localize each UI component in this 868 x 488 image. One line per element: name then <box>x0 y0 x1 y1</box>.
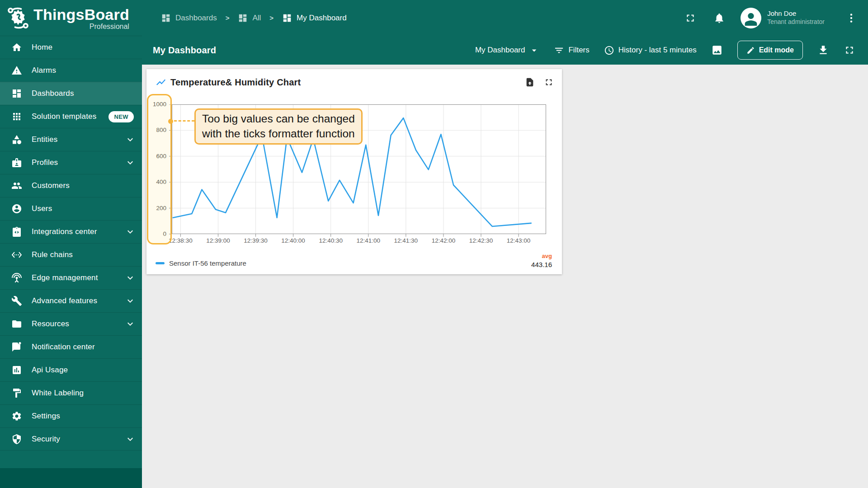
pencil-icon <box>746 46 755 55</box>
x-axis-tick-label: 12:42:30 <box>462 237 500 244</box>
sidebar-item-rule-chains[interactable]: Rule chains <box>0 243 142 266</box>
sidebar-item-label: Edge management <box>32 273 98 282</box>
avatar[interactable] <box>741 8 761 28</box>
sidebar-item-advanced-features[interactable]: Advanced features <box>0 289 142 312</box>
new-badge: NEW <box>108 111 134 122</box>
sidebar-item-security[interactable]: Security <box>0 427 142 450</box>
history-button[interactable]: History - last 5 minutes <box>604 45 697 56</box>
clock-icon <box>604 45 614 56</box>
legend-series-label: Sensor IT-56 temperature <box>169 259 246 267</box>
legend-swatch <box>156 262 165 264</box>
chat-dot-icon <box>11 342 22 352</box>
person-icon <box>742 8 760 28</box>
annotation-connector <box>174 120 194 122</box>
filter-icon <box>554 45 564 56</box>
x-axis-tick-label: 12:39:30 <box>237 237 275 244</box>
sidebar-item-integrations-center[interactable]: Integrations center <box>0 220 142 243</box>
sidebar-item-users[interactable]: Users <box>0 197 142 220</box>
sidebar-item-settings[interactable]: Settings <box>0 404 142 427</box>
insert-chart-icon <box>11 365 22 375</box>
sidebar-item-api-usage[interactable]: Api Usage <box>0 358 142 381</box>
x-axis-tick-label: 12:40:00 <box>274 237 312 244</box>
user-name: John Doe <box>767 9 825 18</box>
thingsboard-app: ThingsBoard Professional HomeAlarmsDashb… <box>0 0 868 488</box>
sidebar-item-profiles[interactable]: Profiles <box>0 151 142 174</box>
breadcrumb-label: Dashboards <box>175 14 217 23</box>
chevron-down-icon <box>125 134 136 145</box>
filters-button[interactable]: Filters <box>554 45 589 56</box>
notifications-bell-icon[interactable] <box>713 12 725 24</box>
sidebar-item-customers[interactable]: Customers <box>0 174 142 197</box>
user-role: Tenant administrator <box>767 18 825 26</box>
user-block[interactable]: John Doe Tenant administrator <box>767 9 825 26</box>
filters-label: Filters <box>568 46 589 55</box>
account-circle-icon <box>11 203 22 214</box>
sidebar-item-notification-center[interactable]: Notification center <box>0 335 142 358</box>
shield-icon <box>11 434 22 445</box>
export-data-icon[interactable] <box>525 77 535 87</box>
yaxis-highlight-box <box>147 94 172 244</box>
history-label: History - last 5 minutes <box>618 46 697 55</box>
sidebar-item-alarms[interactable]: Alarms <box>0 59 142 82</box>
annotation-dot <box>168 119 173 124</box>
folder-icon <box>11 319 22 329</box>
chevron-down-icon <box>125 226 136 237</box>
edit-mode-button[interactable]: Edit mode <box>737 41 803 60</box>
sidebar-item-label: Resources <box>32 319 69 328</box>
sidebar-item-label: White Labeling <box>32 389 84 398</box>
sidebar-item-resources[interactable]: Resources <box>0 312 142 335</box>
logo[interactable]: ThingsBoard Professional <box>0 0 142 36</box>
breadcrumb-separator: > <box>226 14 230 22</box>
toolbar-fullscreen-icon[interactable] <box>844 44 855 56</box>
people-icon <box>11 180 22 191</box>
breadcrumb-separator: > <box>269 14 274 22</box>
sidebar-item-solution-templates[interactable]: Solution templatesNEW <box>0 105 142 128</box>
legend-series-item[interactable]: Sensor IT-56 temperature <box>156 259 246 270</box>
wrench-icon <box>11 296 22 306</box>
kebab-menu-icon[interactable] <box>845 12 857 24</box>
breadcrumb-label: All <box>252 14 261 23</box>
x-axis-tick-label: 12:42:00 <box>425 237 462 244</box>
chevron-down-icon <box>125 157 136 168</box>
fullscreen-icon[interactable] <box>684 12 696 24</box>
breadcrumb-label: My Dashboard <box>297 14 347 23</box>
sidebar: ThingsBoard Professional HomeAlarmsDashb… <box>0 0 142 488</box>
sidebar-item-home[interactable]: Home <box>0 36 142 59</box>
chevron-down-icon <box>125 272 136 283</box>
sidebar-item-label: Api Usage <box>32 366 68 375</box>
badge-icon <box>11 157 22 168</box>
apps-icon <box>11 111 22 122</box>
widget-fullscreen-icon[interactable] <box>544 77 554 87</box>
dashboard-select[interactable]: My Dashboard <box>475 45 540 56</box>
download-icon[interactable] <box>817 44 829 56</box>
widget-title: Temperature& Humidity Chart <box>170 77 301 88</box>
gear-icon <box>11 411 22 422</box>
x-axis-tick-label: 12:39:00 <box>199 237 237 244</box>
dashboard-image-icon[interactable] <box>711 44 723 56</box>
breadcrumb-item-my-dashboard[interactable]: My Dashboard <box>282 13 347 23</box>
sidebar-item-edge-management[interactable]: Edge management <box>0 266 142 289</box>
sidebar-item-label: Dashboards <box>32 89 74 98</box>
category-icon <box>11 134 22 145</box>
dashboard-toolbar: My Dashboard My Dashboard Filters Histor… <box>142 36 868 65</box>
x-axis-tick-label: 12:41:30 <box>387 237 425 244</box>
logo-subtitle: Professional <box>33 23 129 31</box>
breadcrumb-item-all[interactable]: All <box>238 13 261 23</box>
sidebar-item-entities[interactable]: Entities <box>0 128 142 151</box>
x-axis-tick-label: 12:40:30 <box>312 237 350 244</box>
sidebar-item-white-labeling[interactable]: White Labeling <box>0 381 142 404</box>
sidebar-item-label: Home <box>32 43 52 52</box>
sidebar-footer <box>0 468 142 488</box>
legend-agg-value: 443.16 <box>531 261 552 268</box>
chevron-down-icon <box>125 296 136 306</box>
logo-title: ThingsBoard <box>33 5 129 23</box>
legend-agg-label: avg <box>542 253 552 259</box>
top-header: Dashboards>All>My Dashboard John Doe Ten… <box>142 0 868 36</box>
breadcrumb-item-dashboards[interactable]: Dashboards <box>161 13 217 23</box>
sidebar-item-dashboards[interactable]: Dashboards <box>0 82 142 105</box>
sidebar-item-label: Customers <box>32 181 70 190</box>
dashboard-select-label: My Dashboard <box>475 46 525 55</box>
settings-ethernet-icon <box>11 249 22 260</box>
sidebar-item-label: Users <box>32 204 52 213</box>
x-axis-tick-label: 12:43:00 <box>500 237 538 244</box>
